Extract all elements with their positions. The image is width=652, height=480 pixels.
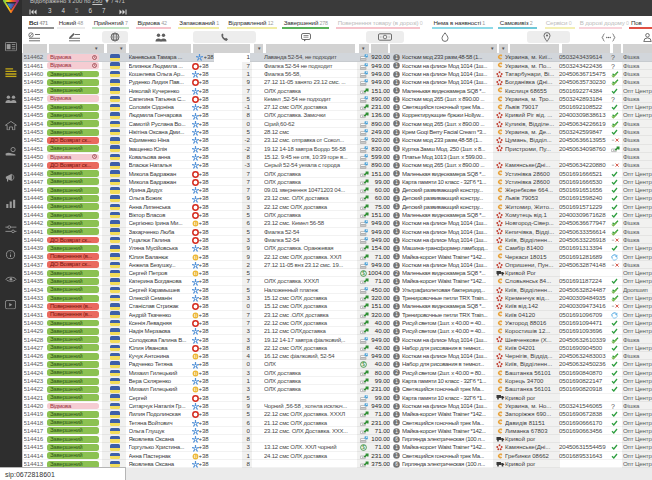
svg-text:1: 1 — [395, 429, 398, 434]
svg-text:1: 1 — [395, 313, 398, 318]
svg-text:1: 1 — [395, 197, 398, 202]
svg-text:1: 1 — [395, 454, 398, 459]
svg-text:1: 1 — [395, 138, 398, 143]
svg-text:1: 1 — [395, 64, 398, 69]
svg-text:1: 1 — [395, 412, 398, 417]
svg-text:1: 1 — [395, 280, 398, 285]
svg-text:1: 1 — [395, 387, 398, 392]
svg-text:1: 1 — [395, 329, 398, 334]
svg-text:1: 1 — [395, 296, 398, 301]
svg-text:1: 1 — [395, 263, 398, 268]
svg-text:1: 1 — [395, 55, 398, 60]
svg-text:6: 6 — [395, 437, 398, 442]
svg-text:1: 1 — [395, 288, 398, 293]
svg-text:1: 1 — [395, 155, 398, 160]
svg-text:1: 1 — [395, 255, 398, 260]
svg-text:1: 1 — [395, 163, 398, 168]
svg-text:1: 1 — [395, 338, 398, 343]
svg-text:1: 1 — [395, 97, 398, 102]
svg-text:6: 6 — [395, 462, 398, 467]
svg-text:1: 1 — [395, 404, 398, 409]
svg-text:1: 1 — [395, 304, 398, 309]
svg-text:1: 1 — [395, 213, 398, 218]
svg-text:1: 1 — [395, 396, 398, 401]
svg-text:1: 1 — [395, 105, 398, 110]
svg-text:1: 1 — [395, 147, 398, 152]
svg-text:1: 1 — [395, 238, 398, 243]
svg-text:2: 2 — [395, 271, 398, 276]
svg-text:1: 1 — [395, 80, 398, 85]
svg-text:1: 1 — [395, 446, 398, 451]
svg-text:1: 1 — [395, 180, 398, 185]
svg-text:1: 1 — [395, 346, 398, 351]
svg-text:1: 1 — [395, 354, 398, 359]
svg-text:1: 1 — [395, 122, 398, 127]
svg-text:1: 1 — [395, 188, 398, 193]
svg-text:1: 1 — [395, 421, 398, 426]
svg-text:1: 1 — [395, 321, 398, 326]
svg-text:1: 1 — [395, 89, 398, 94]
svg-text:2: 2 — [395, 371, 398, 376]
svg-text:1: 1 — [395, 205, 398, 210]
svg-text:1: 1 — [395, 379, 398, 384]
svg-text:1: 1 — [395, 114, 398, 119]
svg-text:1: 1 — [395, 363, 398, 368]
svg-text:1: 1 — [395, 172, 398, 177]
svg-text:1: 1 — [395, 221, 398, 226]
svg-text:1: 1 — [395, 130, 398, 135]
svg-text:1: 1 — [395, 246, 398, 251]
svg-text:1: 1 — [395, 72, 398, 77]
svg-text:1: 1 — [395, 230, 398, 235]
